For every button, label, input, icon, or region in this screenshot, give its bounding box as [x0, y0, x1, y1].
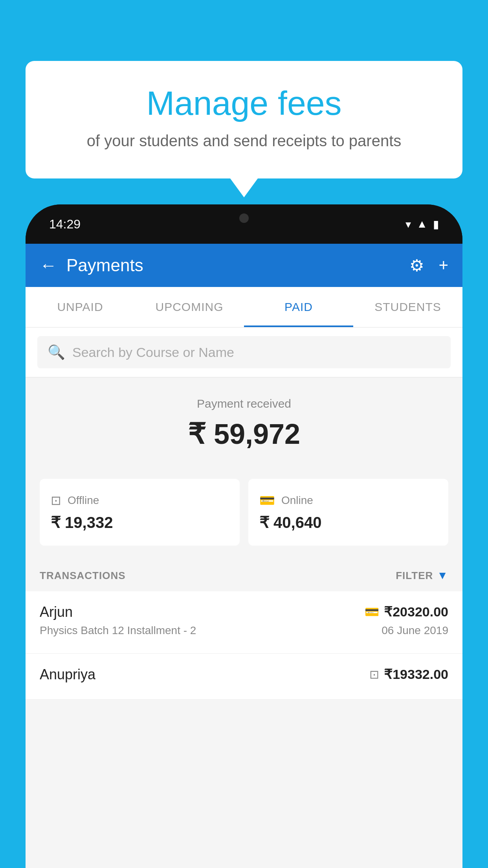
tab-upcoming[interactable]: UPCOMING	[135, 287, 244, 327]
tab-paid[interactable]: PAID	[244, 287, 353, 327]
transaction-course-1: Physics Batch 12 Installment - 2	[40, 624, 196, 637]
transactions-label: TRANSACTIONS	[40, 570, 126, 582]
transaction-date-1: 06 June 2019	[382, 624, 448, 637]
online-label: Online	[281, 494, 313, 507]
signal-icon: ▲	[416, 218, 427, 230]
transactions-header: TRANSACTIONS FILTER ▼	[26, 560, 462, 591]
tab-students[interactable]: STUDENTS	[353, 287, 462, 327]
offline-pay-icon-2: ⊡	[369, 668, 379, 681]
add-icon[interactable]: +	[438, 256, 448, 275]
transaction-amount-row-2: ⊡ ₹19332.00	[369, 666, 448, 682]
offline-label: Offline	[68, 494, 99, 507]
transaction-amount-1: ₹20320.00	[384, 604, 448, 620]
online-pay-icon-1: 💳	[365, 605, 379, 619]
search-bar[interactable]: 🔍 Search by Course or Name	[37, 336, 451, 368]
bubble-title: Manage fees	[45, 85, 443, 122]
transaction-row-1: Arjun 💳 ₹20320.00	[40, 604, 448, 620]
search-input[interactable]: Search by Course or Name	[72, 345, 234, 360]
filter-label: FILTER	[396, 570, 433, 582]
camera	[239, 213, 249, 223]
phone-time: 14:29	[49, 217, 81, 232]
tabs: UNPAID UPCOMING PAID STUDENTS	[26, 287, 462, 327]
total-payment-amount: ₹ 59,972	[40, 417, 448, 451]
transaction-item[interactable]: Arjun 💳 ₹20320.00 Physics Batch 12 Insta…	[26, 591, 462, 654]
payment-received-label: Payment received	[40, 397, 448, 410]
payment-summary: Payment received ₹ 59,972	[26, 377, 462, 479]
app-screen: ← Payments ⚙ + UNPAID UPCOMING PAID STUD…	[26, 244, 462, 868]
transaction-name-2: Anupriya	[40, 666, 95, 683]
bubble-subtitle: of your students and send receipts to pa…	[45, 131, 443, 151]
phone-notch	[209, 204, 279, 232]
transaction-item-2[interactable]: Anupriya ⊡ ₹19332.00	[26, 654, 462, 700]
payment-cards: ⊡ Offline ₹ 19,332 💳 Online ₹ 40,640	[26, 479, 462, 560]
settings-icon[interactable]: ⚙	[409, 256, 424, 275]
status-bar: 14:29 ▾ ▲ ▮	[26, 204, 462, 244]
status-icons: ▾ ▲ ▮	[405, 218, 439, 231]
search-container: 🔍 Search by Course or Name	[26, 327, 462, 377]
offline-amount: ₹ 19,332	[51, 513, 229, 531]
battery-icon: ▮	[433, 218, 439, 231]
online-card-top: 💳 Online	[259, 493, 437, 508]
filter-icon: ▼	[437, 569, 448, 582]
offline-card-top: ⊡ Offline	[51, 493, 229, 508]
transaction-amount-row-1: 💳 ₹20320.00	[365, 604, 448, 620]
online-card: 💳 Online ₹ 40,640	[248, 479, 448, 546]
app-header: ← Payments ⚙ +	[26, 244, 462, 287]
page-title: Payments	[66, 256, 143, 275]
transaction-name-1: Arjun	[40, 604, 73, 620]
back-button[interactable]: ←	[40, 256, 57, 275]
filter-button[interactable]: FILTER ▼	[396, 569, 448, 582]
phone-frame: 14:29 ▾ ▲ ▮ ← Payments ⚙ + UNPAID UPCOMI…	[26, 204, 462, 868]
header-left: ← Payments	[40, 256, 143, 275]
wifi-icon: ▾	[405, 218, 411, 231]
tab-unpaid[interactable]: UNPAID	[26, 287, 135, 327]
transaction-row-2: Anupriya ⊡ ₹19332.00	[40, 666, 448, 683]
offline-icon: ⊡	[51, 493, 61, 508]
online-icon: 💳	[259, 493, 275, 508]
transaction-amount-2: ₹19332.00	[384, 666, 448, 682]
header-right: ⚙ +	[409, 256, 448, 275]
online-amount: ₹ 40,640	[259, 513, 437, 531]
search-icon: 🔍	[48, 344, 65, 360]
offline-card: ⊡ Offline ₹ 19,332	[40, 479, 240, 546]
speech-bubble: Manage fees of your students and send re…	[26, 61, 462, 178]
transaction-detail-row-1: Physics Batch 12 Installment - 2 06 June…	[40, 624, 448, 637]
